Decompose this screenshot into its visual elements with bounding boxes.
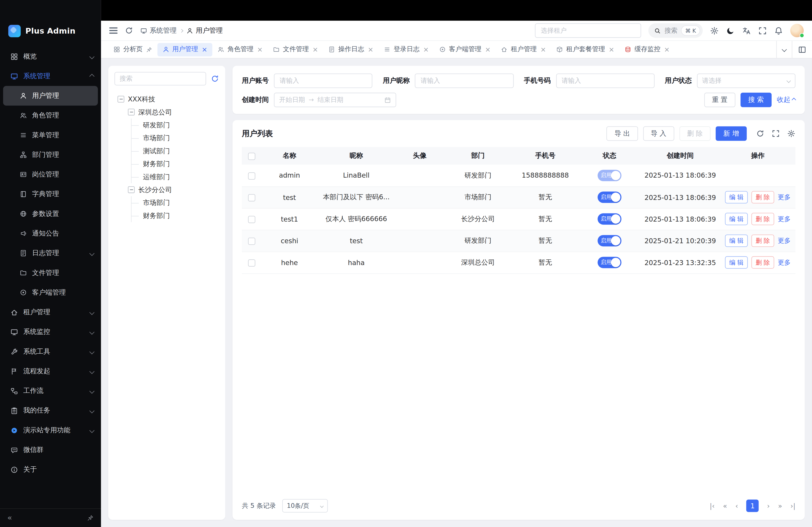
collapse-node-icon[interactable]: [128, 186, 135, 193]
sidebar-item-dict-mgmt[interactable]: 字典管理: [3, 184, 98, 204]
tab-tenant-package[interactable]: 租户套餐管理 ×: [551, 43, 620, 56]
sidebar-item-dept-mgmt[interactable]: 部门管理: [3, 145, 98, 165]
row-checkbox[interactable]: [248, 216, 255, 223]
tree-node[interactable]: 市场部门: [131, 132, 219, 144]
edit-button[interactable]: 编 辑: [725, 235, 748, 247]
pin-icon[interactable]: [146, 46, 152, 53]
close-icon[interactable]: ×: [257, 46, 263, 53]
collapse-sidebar-icon[interactable]: «: [7, 514, 12, 522]
status-select[interactable]: 请选择: [697, 74, 796, 88]
notifications-bell-icon[interactable]: [774, 26, 783, 35]
close-icon[interactable]: ×: [313, 46, 318, 53]
status-toggle[interactable]: 启用: [597, 170, 621, 181]
refresh-table-icon[interactable]: [756, 130, 765, 138]
tab-tenant-mgmt[interactable]: 租户管理 ×: [496, 43, 551, 56]
delete-row-button[interactable]: 删 除: [751, 256, 774, 269]
sidebar-item-menu-mgmt[interactable]: 菜单管理: [3, 125, 98, 145]
tab-file-mgmt[interactable]: 文件管理 ×: [268, 43, 323, 56]
first-page-icon[interactable]: |‹: [710, 502, 714, 510]
sidebar-item-tenant-mgmt[interactable]: 租户管理: [0, 302, 101, 322]
fullscreen-icon[interactable]: [758, 26, 767, 35]
tree-refresh-icon[interactable]: [211, 75, 219, 83]
settings-gear-icon[interactable]: [710, 26, 719, 35]
last-page-icon[interactable]: ›|: [791, 502, 795, 510]
tab-cache-monitor[interactable]: 缓存监控 ×: [619, 43, 675, 56]
hamburger-menu-icon[interactable]: [109, 28, 117, 34]
sidebar-item-log-mgmt[interactable]: 日志管理: [3, 243, 98, 263]
account-input[interactable]: [274, 74, 373, 88]
table-row[interactable]: ceshi test 研发部门 暂无 启用 2025-01-21 10:20:3…: [242, 230, 795, 252]
tab-client-mgmt[interactable]: 客户端管理 ×: [434, 43, 496, 56]
sidebar-item-post-mgmt[interactable]: 岗位管理: [3, 165, 98, 184]
sidebar-item-role-mgmt[interactable]: 角色管理: [3, 106, 98, 125]
tree-node-company[interactable]: 长沙分公司: [114, 183, 219, 196]
row-checkbox[interactable]: [248, 259, 255, 267]
date-range-picker[interactable]: 开始日期 → 结束日期: [274, 93, 396, 107]
prev-group-icon[interactable]: «: [723, 502, 727, 510]
layout-columns-icon[interactable]: [792, 41, 812, 58]
sidebar-item-demo-features[interactable]: 演示站专用功能: [0, 420, 101, 440]
delete-row-button[interactable]: 删 除: [751, 213, 774, 225]
delete-button[interactable]: 删 除: [679, 126, 710, 141]
tree-search-input[interactable]: [114, 72, 206, 86]
prev-page-icon[interactable]: ‹: [735, 502, 738, 510]
sidebar-item-workflow[interactable]: 工作流: [0, 381, 101, 401]
status-toggle[interactable]: 启用: [597, 257, 621, 268]
more-link[interactable]: 更多: [778, 215, 791, 223]
dark-mode-moon-icon[interactable]: [726, 26, 735, 35]
close-icon[interactable]: ×: [664, 46, 670, 53]
page-size-select[interactable]: 10条/页: [282, 499, 328, 513]
sidebar-item-my-tasks[interactable]: 我的任务: [0, 401, 101, 420]
next-group-icon[interactable]: »: [778, 502, 782, 510]
import-button[interactable]: 导 入: [643, 126, 674, 141]
tab-operation-log[interactable]: 操作日志 ×: [323, 43, 378, 56]
language-icon[interactable]: [742, 26, 751, 35]
sidebar-item-notice[interactable]: 通知公告: [3, 224, 98, 243]
sidebar-item-about[interactable]: 关于: [0, 460, 101, 479]
tenant-select-input[interactable]: [535, 23, 641, 37]
more-link[interactable]: 更多: [778, 258, 791, 267]
table-row[interactable]: admin LinaBell 研发部门 15888888888 启用 2025-…: [242, 165, 795, 186]
column-settings-gear-icon[interactable]: [787, 130, 796, 138]
pin-icon[interactable]: [87, 515, 94, 521]
delete-row-button[interactable]: 删 除: [751, 191, 774, 203]
status-toggle[interactable]: 启用: [597, 192, 621, 203]
sidebar-item-file-mgmt[interactable]: 文件管理: [3, 263, 98, 283]
sidebar-item-process-start[interactable]: 流程发起: [0, 361, 101, 381]
sidebar-item-wechat-group[interactable]: 微信群: [0, 440, 101, 460]
reset-button[interactable]: 重 置: [704, 93, 735, 107]
more-link[interactable]: 更多: [778, 236, 791, 245]
sidebar-item-overview[interactable]: 概览: [0, 47, 101, 66]
tree-node[interactable]: 测试部门: [131, 145, 219, 157]
export-button[interactable]: 导 出: [607, 126, 638, 141]
sidebar-item-system-mgmt[interactable]: 系统管理: [0, 66, 101, 86]
add-button[interactable]: 新 增: [716, 126, 747, 141]
collapse-node-icon[interactable]: [117, 96, 124, 103]
more-link[interactable]: 更多: [778, 193, 791, 202]
sidebar-item-user-mgmt[interactable]: 用户管理: [3, 86, 98, 105]
collapse-filters-link[interactable]: 收起: [777, 95, 796, 105]
refresh-page-icon[interactable]: [125, 26, 133, 35]
tab-user-mgmt[interactable]: 用户管理 ×: [157, 43, 213, 56]
close-icon[interactable]: ×: [609, 46, 614, 53]
close-icon[interactable]: ×: [485, 46, 491, 53]
edit-button[interactable]: 编 辑: [725, 213, 748, 225]
tab-analysis[interactable]: 分析页: [108, 43, 157, 56]
table-row[interactable]: test1 仅本人 密码666666 长沙分公司 暂无 启用 2025-01-1…: [242, 208, 795, 230]
sidebar-item-system-monitor[interactable]: 系统监控: [0, 322, 101, 342]
row-checkbox[interactable]: [248, 194, 255, 201]
tree-node[interactable]: 财务部门: [131, 209, 219, 222]
close-icon[interactable]: ×: [423, 46, 429, 53]
next-page-icon[interactable]: ›: [767, 502, 770, 510]
nickname-input[interactable]: [415, 74, 513, 88]
breadcrumb-user-mgmt[interactable]: 用户管理: [187, 26, 223, 35]
delete-row-button[interactable]: 删 除: [751, 235, 774, 247]
search-button[interactable]: 搜 索: [740, 93, 772, 107]
tree-node-root[interactable]: XXX科技: [114, 93, 219, 105]
sidebar-item-client-mgmt[interactable]: 客户端管理: [3, 283, 98, 302]
tree-node[interactable]: 运维部门: [131, 170, 219, 183]
tree-node-company[interactable]: 深圳总公司: [114, 106, 219, 119]
fullscreen-table-icon[interactable]: [772, 130, 780, 138]
close-icon[interactable]: ×: [540, 46, 546, 53]
tree-node[interactable]: 市场部门: [131, 196, 219, 209]
